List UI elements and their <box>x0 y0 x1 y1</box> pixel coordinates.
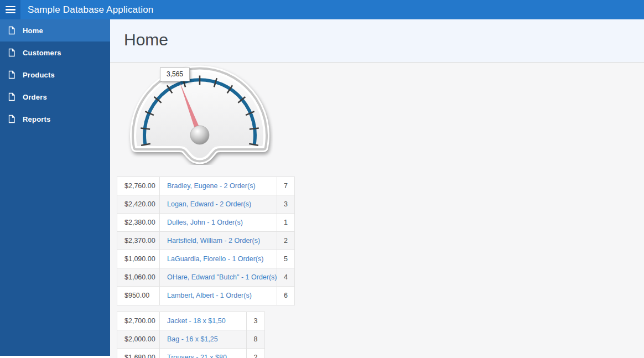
amount-cell: $950.00 <box>117 287 160 305</box>
document-icon <box>7 70 16 79</box>
order-link[interactable]: OHare, Edward "Butch" - 1 Order(s) <box>160 268 277 286</box>
document-icon <box>7 115 16 123</box>
table-row: $2,420.00Logan, Edward - 2 Order(s)3 <box>117 195 294 214</box>
table-row: $2,700.00Jacket - 18 x $1,503 <box>117 312 264 330</box>
page-header: Home <box>110 19 644 63</box>
order-link[interactable]: Dulles, John - 1 Order(s) <box>160 214 277 231</box>
order-link[interactable]: Logan, Edward - 2 Order(s) <box>160 195 277 213</box>
document-icon <box>7 48 16 57</box>
table-row: $2,380.00Dulles, John - 1 Order(s)1 <box>117 214 294 232</box>
document-icon <box>7 92 16 101</box>
sidebar-item-label: Customers <box>23 49 61 57</box>
sidebar-item-label: Reports <box>23 115 51 123</box>
count-cell: 7 <box>277 177 294 195</box>
count-cell: 2 <box>247 349 264 358</box>
order-link[interactable]: Bradley, Eugene - 2 Order(s) <box>160 177 277 195</box>
sidebar-item-products[interactable]: Products <box>0 64 110 86</box>
count-cell: 2 <box>277 232 294 250</box>
order-link[interactable]: LaGuardia, Fiorello - 1 Order(s) <box>160 250 277 268</box>
table-row: $1,060.00OHare, Edward "Butch" - 1 Order… <box>117 268 294 287</box>
table-row: $1,090.00LaGuardia, Fiorello - 1 Order(s… <box>117 250 294 268</box>
sidebar-item-label: Products <box>23 71 55 79</box>
app-window: Sample Database Application Home Custome… <box>0 0 644 358</box>
amount-cell: $2,700.00 <box>117 312 160 330</box>
gauge-value-tooltip: 3,565 <box>160 68 190 81</box>
main-content: Home <box>110 19 644 358</box>
count-cell: 5 <box>277 250 294 268</box>
page-title: Home <box>110 19 644 50</box>
order-link[interactable]: Lambert, Albert - 1 Order(s) <box>160 287 277 305</box>
table-row: $2,000.00Bag - 16 x $1,258 <box>117 330 264 349</box>
amount-cell: $2,760.00 <box>117 177 160 195</box>
count-cell: 8 <box>247 330 264 348</box>
amount-cell: $2,380.00 <box>117 214 160 231</box>
order-link[interactable]: Jacket - 18 x $1,50 <box>160 312 247 330</box>
sales-gauge <box>126 64 273 165</box>
count-cell: 4 <box>277 268 294 286</box>
sidebar-item-home[interactable]: Home <box>0 19 110 41</box>
amount-cell: $1,090.00 <box>117 250 160 268</box>
sidebar-item-label: Home <box>23 27 43 35</box>
document-icon <box>7 26 16 35</box>
table-row: $950.00Lambert, Albert - 1 Order(s)6 <box>117 287 294 305</box>
top-products-table: $2,700.00Jacket - 18 x $1,503$2,000.00Ba… <box>117 312 265 358</box>
app-header: Sample Database Application <box>0 0 644 19</box>
amount-cell: $2,420.00 <box>117 195 160 213</box>
count-cell: 6 <box>277 287 294 305</box>
table-row: $1,680.00Trousers - 21 x $802 <box>117 349 264 358</box>
count-cell: 3 <box>247 312 264 330</box>
order-link[interactable]: Bag - 16 x $1,25 <box>160 330 247 348</box>
order-link[interactable]: Trousers - 21 x $80 <box>160 349 247 358</box>
amount-cell: $2,370.00 <box>117 232 160 250</box>
amount-cell: $2,000.00 <box>117 330 160 348</box>
amount-cell: $1,060.00 <box>117 268 160 286</box>
sidebar: Home Customers Products Orders Reports <box>0 19 110 356</box>
sidebar-item-reports[interactable]: Reports <box>0 108 110 130</box>
app-title: Sample Database Application <box>28 0 154 19</box>
table-row: $2,760.00Bradley, Eugene - 2 Order(s)7 <box>117 177 294 195</box>
amount-cell: $1,680.00 <box>117 349 160 358</box>
sidebar-item-orders[interactable]: Orders <box>0 86 110 108</box>
gauge-knob <box>190 126 209 144</box>
menu-button[interactable] <box>0 0 20 19</box>
top-customers-table: $2,760.00Bradley, Eugene - 2 Order(s)7$2… <box>117 177 295 305</box>
sidebar-item-label: Orders <box>23 93 47 101</box>
sidebar-item-customers[interactable]: Customers <box>0 41 110 64</box>
count-cell: 3 <box>277 195 294 213</box>
table-row: $2,370.00Hartsfield, William - 2 Order(s… <box>117 232 294 250</box>
order-link[interactable]: Hartsfield, William - 2 Order(s) <box>160 232 277 250</box>
count-cell: 1 <box>277 214 294 231</box>
